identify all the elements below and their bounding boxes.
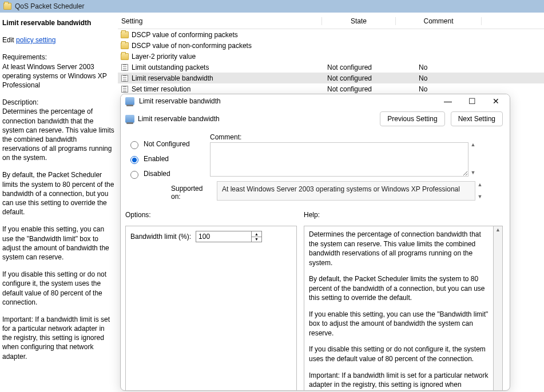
list-item-label: DSCP value of non-conforming packets — [129, 42, 321, 50]
column-header-setting[interactable]: Setting — [118, 17, 321, 25]
column-header-state[interactable]: State — [321, 17, 396, 25]
policy-icon — [125, 97, 134, 105]
list-item[interactable]: Layer-2 priority value — [118, 51, 544, 62]
selected-policy-heading: Limit reservable bandwidth — [2, 18, 116, 27]
supported-on-label: Supported on: — [171, 181, 217, 201]
spinner-up-icon[interactable]: ▲ — [252, 231, 261, 237]
list-item[interactable]: DSCP value of non-conforming packets — [118, 40, 544, 51]
folder-icon — [121, 53, 129, 60]
settings-list: DSCP value of conforming packetsDSCP val… — [118, 29, 544, 94]
policy-icon — [125, 115, 134, 123]
list-item[interactable]: DSCP value of conforming packets — [118, 29, 544, 40]
edit-policy-link[interactable]: policy setting — [16, 36, 55, 44]
bandwidth-limit-label: Bandwidth limit (%): — [130, 233, 191, 241]
bandwidth-limit-spinner[interactable]: ▲ ▼ — [196, 231, 262, 242]
parent-window-titlebar: QoS Packet Scheduler — [0, 0, 544, 13]
settings-list-header: Setting State Comment — [118, 15, 544, 29]
list-item-comment: No — [396, 74, 482, 82]
comment-textarea[interactable] — [210, 142, 468, 177]
list-item-comment: No — [396, 63, 482, 71]
folder-icon — [121, 31, 129, 38]
scroll-up-icon[interactable]: ▲ — [471, 142, 476, 147]
list-item-comment: No — [396, 85, 482, 93]
scroll-down-icon[interactable]: ▼ — [471, 170, 476, 175]
policy-dialog: Limit reservable bandwidth — ☐ ✕ Limit r… — [120, 94, 510, 391]
list-item-label: DSCP value of conforming packets — [129, 31, 321, 39]
close-button[interactable]: ✕ — [489, 94, 503, 108]
edit-policy-line: Edit policy setting — [2, 35, 116, 45]
setting-icon — [121, 75, 128, 82]
list-item[interactable]: Limit outstanding packetsNot configuredN… — [118, 62, 544, 73]
requirements-header: Requirements: — [2, 53, 47, 61]
scroll-down-icon[interactable]: ▼ — [478, 194, 483, 199]
scroll-up-icon[interactable]: ▲ — [478, 182, 483, 187]
dialog-titlebar[interactable]: Limit reservable bandwidth — ☐ ✕ — [121, 94, 510, 108]
spinner-down-icon[interactable]: ▼ — [252, 237, 261, 242]
setting-icon — [121, 64, 128, 71]
radio-not-configured[interactable]: Not Configured — [128, 137, 210, 151]
folder-icon — [3, 3, 11, 10]
list-item-label: Limit reservable bandwidth — [129, 74, 321, 82]
next-setting-button[interactable]: Next Setting — [451, 111, 503, 126]
details-pane: Limit reservable bandwidth Edit policy s… — [0, 13, 118, 392]
description-header: Description: — [2, 98, 38, 106]
comment-label: Comment: — [210, 133, 503, 141]
list-item[interactable]: Limit reservable bandwidthNot configured… — [118, 73, 544, 83]
radio-disabled[interactable]: Disabled — [128, 166, 210, 181]
scroll-up-icon[interactable]: ▲ — [495, 227, 501, 233]
list-item[interactable]: Set timer resolutionNot configuredNo — [118, 83, 544, 94]
maximize-button[interactable]: ☐ — [465, 94, 479, 108]
list-item-state: Not configured — [321, 74, 396, 82]
column-header-comment[interactable]: Comment — [396, 17, 482, 25]
folder-icon — [121, 42, 129, 49]
help-scrollbar[interactable]: ▲ — [494, 226, 503, 391]
help-label: Help: — [304, 211, 503, 219]
bandwidth-limit-input[interactable] — [196, 231, 251, 242]
list-item-label: Set timer resolution — [129, 85, 321, 93]
help-text-box: Determines the percentage of connection … — [304, 226, 494, 391]
list-item-state: Not configured — [321, 63, 396, 71]
previous-setting-button[interactable]: Previous Setting — [380, 111, 444, 126]
radio-enabled[interactable]: Enabled — [128, 151, 210, 166]
minimize-button[interactable]: — — [441, 94, 455, 108]
supported-on-text: At least Windows Server 2003 operating s… — [217, 181, 475, 201]
setting-icon — [121, 86, 128, 93]
requirements-text: At least Windows Server 2003 operating s… — [2, 63, 107, 89]
options-box: Bandwidth limit (%): ▲ ▼ — [125, 226, 297, 391]
options-label: Options: — [125, 211, 297, 219]
list-item-label: Layer-2 priority value — [129, 53, 321, 61]
parent-window-title: QoS Packet Scheduler — [15, 2, 84, 10]
list-item-state: Not configured — [321, 85, 396, 93]
dialog-title: Limit reservable bandwidth — [139, 97, 221, 105]
dialog-heading: Limit reservable bandwidth — [134, 115, 220, 123]
list-item-label: Limit outstanding packets — [129, 63, 321, 71]
